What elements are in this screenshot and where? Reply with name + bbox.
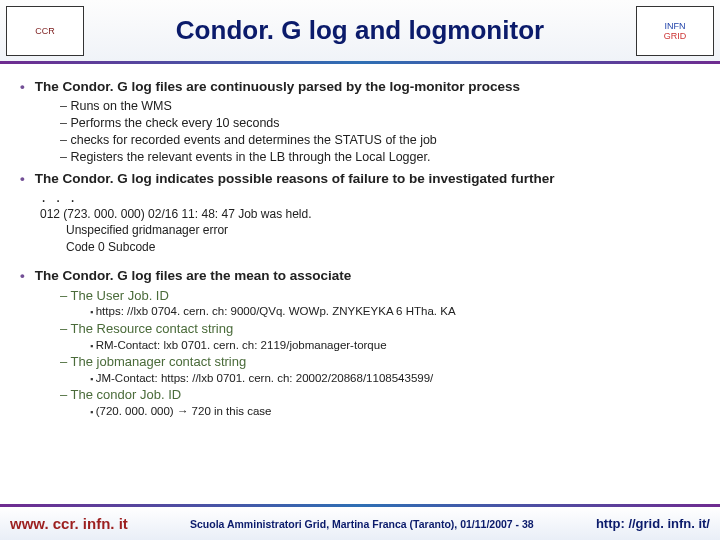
assoc-3-detail: (720. 000. 000) → 720 in this case (90, 404, 700, 420)
bullet-1: The Condor. G log files are continuously… (20, 78, 700, 96)
bullet-1-sub-3: Registers the relevant events in the LB … (60, 149, 700, 166)
footer-center-text: Scuola Amministratori Grid, Martina Fran… (128, 518, 596, 530)
bullet-2: The Condor. G log indicates possible rea… (20, 170, 700, 188)
bullet-1-sub-2: checks for recorded events and determine… (60, 132, 700, 149)
assoc-3-label: The condor Job. ID (60, 386, 700, 404)
logo-right: INFN GRID (636, 6, 714, 56)
assoc-2-label: The jobmanager contact string (60, 353, 700, 371)
assoc-2-detail: JM-Contact: https: //lxb 0701. cern. ch:… (90, 371, 700, 387)
assoc-0-label: The User Job. ID (60, 287, 700, 305)
logo-left: CCR (6, 6, 84, 56)
footer-right-url: http: //grid. infn. it/ (596, 516, 710, 531)
slide-header: CCR Condor. G log and logmonitor INFN GR… (0, 0, 720, 64)
bullet-3: The Condor. G log files are the mean to … (20, 267, 700, 285)
log-line-1: 012 (723. 000. 000) 02/16 11: 48: 47 Job… (40, 206, 700, 222)
assoc-0-detail: https: //lxb 0704. cern. ch: 9000/QVq. W… (90, 304, 700, 320)
bullet-1-sub-1: Performs the check every 10 seconds (60, 115, 700, 132)
logo-right-top: INFN (665, 21, 686, 31)
bullet-1-sub-0: Runs on the WMS (60, 98, 700, 115)
logo-right-bottom: GRID (664, 31, 687, 41)
slide-content: The Condor. G log files are continuously… (0, 64, 720, 419)
log-ellipsis: . . . (40, 190, 700, 206)
log-line-3: Code 0 Subcode (66, 239, 700, 255)
slide-footer: www. ccr. infn. it Scuola Amministratori… (0, 504, 720, 540)
footer-left-url: www. ccr. infn. it (10, 515, 128, 532)
assoc-1-detail: RM-Contact: lxb 0701. cern. ch: 2119/job… (90, 338, 700, 354)
log-line-2: Unspecified gridmanager error (66, 222, 700, 238)
assoc-1-label: The Resource contact string (60, 320, 700, 338)
slide-title: Condor. G log and logmonitor (84, 15, 636, 46)
